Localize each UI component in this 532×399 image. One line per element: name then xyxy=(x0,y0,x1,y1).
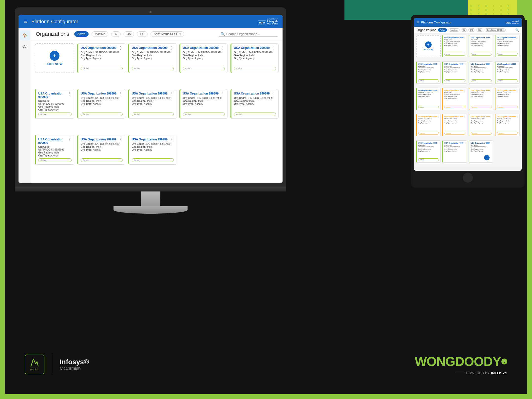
list-item[interactable]: ⋮ USA Organization 9999 Org Code: USAPRO… xyxy=(469,61,494,84)
list-item[interactable]: ⋮ USA Organization 9999 Org Code: USAPRO… xyxy=(416,140,441,163)
tablet-hamburger-icon[interactable]: ☰ xyxy=(417,21,419,24)
org-menu-icon[interactable]: ⋮ xyxy=(68,92,72,96)
org-menu-icon[interactable]: ⋮ xyxy=(221,46,225,50)
filter-in[interactable]: IN xyxy=(111,31,121,37)
table-row[interactable]: USA Organization 999999 ⋮ Org Code: USAP… xyxy=(128,135,176,165)
org-menu-icon[interactable]: ⋮ xyxy=(221,92,225,96)
tablet-search-icon[interactable]: 🔍 xyxy=(515,28,519,32)
org-menu-icon[interactable]: ⋮ xyxy=(516,89,518,92)
filter-us[interactable]: US xyxy=(124,31,134,37)
org-menu-icon[interactable]: ⋮ xyxy=(170,46,174,50)
status-badge: Inactive xyxy=(471,106,492,108)
org-menu-icon[interactable]: ⋮ xyxy=(170,92,174,96)
org-type-detail: Org Type: Agency xyxy=(234,103,276,105)
org-menu-icon[interactable]: ⋮ xyxy=(437,63,439,65)
list-item[interactable]: ⋮ USA Organization 9999 Inactive 2222222… xyxy=(469,114,494,136)
sort-dropdown[interactable]: Sort: Status DESC ▾ xyxy=(151,31,184,37)
status-badge: Active xyxy=(471,79,492,82)
table-row[interactable]: USA Organization 999999 ⋮ Org Code: USAP… xyxy=(230,43,279,73)
table-row[interactable]: USA Organization 999999 ⋮ Org Code: USAP… xyxy=(179,89,228,119)
tablet-filter-active[interactable]: Active xyxy=(438,28,447,32)
bottom-section: ngin Infosys® McCamish WONGDOODYd POWERE… xyxy=(10,340,522,389)
org-type-detail: Org Type: Agency xyxy=(81,57,123,60)
mccamish-logo-text: McCamish xyxy=(267,23,278,25)
list-item[interactable]: ⋮ USA Organization 9999 Inactive 2222222… xyxy=(495,88,520,110)
org-menu-icon[interactable]: ⋮ xyxy=(119,92,123,96)
org-menu-icon[interactable]: ⋮ xyxy=(490,142,492,144)
table-row[interactable]: USA Organization 999999 ⋮ Org Code: USAP… xyxy=(77,89,125,119)
bottom-border xyxy=(0,394,532,399)
org-menu-icon[interactable]: ⋮ xyxy=(516,36,518,39)
org-menu-icon[interactable]: ⋮ xyxy=(170,138,174,142)
org-menu-icon[interactable]: ⋮ xyxy=(437,89,439,92)
sidebar-item-home[interactable]: 🏠 xyxy=(20,30,30,40)
org-name: USA Organization 999999 xyxy=(132,138,168,141)
org-menu-icon[interactable]: ⋮ xyxy=(463,36,466,39)
list-item[interactable]: ⋮ USA Organization 9999 Org Code: USAPRO… xyxy=(442,35,467,57)
org-code-detail: Org Code: USAPROD3439999999 xyxy=(38,100,72,105)
org-menu-icon[interactable]: ⋮ xyxy=(490,36,492,39)
tablet-filter-inactive[interactable]: Inactive xyxy=(449,28,459,32)
org-menu-icon[interactable]: ⋮ xyxy=(463,89,466,92)
table-row[interactable]: USA Organization 999999 ⋮ Org Code: USAP… xyxy=(77,135,125,165)
org-menu-icon[interactable]: ⋮ xyxy=(516,115,518,118)
org-menu-icon[interactable]: ⋮ xyxy=(119,138,123,142)
table-row[interactable]: USA Organization 999999 ⋮ Org Code: USAP… xyxy=(128,43,176,73)
org-menu-icon[interactable]: ⋮ xyxy=(490,63,492,65)
list-item[interactable]: ⋮ USA Organization 9999 Org Code: USAPRO… xyxy=(442,140,467,163)
table-row[interactable]: USA Organization 999999 ⋮ Org Code: USAP… xyxy=(230,89,279,119)
tablet-sort-chip[interactable]: Sort:Status DESC ▾ xyxy=(485,28,506,32)
list-item[interactable]: ⋮ USA Organization 9999 Inactive 2222222… xyxy=(442,114,467,136)
filter-inactive[interactable]: Inactive xyxy=(92,31,108,37)
org-menu-icon[interactable]: ⋮ xyxy=(437,142,439,144)
org-menu-icon[interactable]: ⋮ xyxy=(272,92,276,96)
org-menu-icon[interactable]: ⋮ xyxy=(490,115,492,118)
list-item[interactable]: ⋮ USA Organization 9999 Org Code: USAPRO… xyxy=(469,35,494,57)
filter-active[interactable]: Active xyxy=(74,31,89,37)
list-item[interactable]: ⋮ USA Organization 9999 Inactive 2222222… xyxy=(469,88,494,110)
list-item[interactable]: ⋮ USA Organization 9999 Org Code: USAPRO… xyxy=(469,140,494,163)
org-menu-icon[interactable]: ⋮ xyxy=(463,142,466,144)
org-name: USA Organization 999999 xyxy=(183,46,219,50)
tablet-add-new-card[interactable]: + ADD NEW xyxy=(416,35,441,57)
status-badge: Inactive xyxy=(418,132,439,134)
hamburger-icon[interactable]: ☰ xyxy=(23,19,27,24)
search-input[interactable] xyxy=(226,32,276,36)
tablet-home-button[interactable] xyxy=(463,173,473,183)
org-menu-icon[interactable]: ⋮ xyxy=(490,89,492,92)
org-menu-icon[interactable]: ⋮ xyxy=(516,63,518,65)
org-menu-icon[interactable]: ⋮ xyxy=(437,115,439,118)
table-row[interactable]: USA Organization 999999 ⋮ Org Code: USAP… xyxy=(128,89,176,119)
table-row[interactable]: USA Organization 999999 ⋮ Org Code: USAP… xyxy=(77,43,125,73)
list-item[interactable]: ⋮ USA Organization 9999 Inactive 2222222… xyxy=(495,114,520,136)
org-geo-detail: Geo Region: India xyxy=(234,54,276,57)
list-item[interactable]: ⋮ USA Organization 9999 Org Code: USAPRO… xyxy=(442,61,467,84)
org-type-detail: Org Type: Agency xyxy=(81,149,123,151)
table-row[interactable]: USA Organization 999999 ⋮ Org Code: USAP… xyxy=(35,89,74,119)
add-new-card[interactable]: + ADD NEW xyxy=(35,43,74,73)
filter-eu[interactable]: EU xyxy=(137,31,148,37)
scroll-to-top-button[interactable]: ↑ xyxy=(484,155,490,160)
list-item[interactable]: ⋮ USA Organization 9999 Org Code: USAPRO… xyxy=(495,35,520,57)
tablet-filter-us[interactable]: US xyxy=(468,28,475,32)
org-menu-icon[interactable]: ⋮ xyxy=(68,138,72,142)
table-row[interactable]: USA Organization 999999 ⋮ Org Code: USAP… xyxy=(179,43,228,73)
list-item[interactable]: ⋮ USA Organization 9999 Org Code: USAPRO… xyxy=(416,61,441,84)
tablet-filter-in[interactable]: IN xyxy=(461,28,467,32)
list-item[interactable]: ⋮ USA Organization 9999 Inactive 2222222… xyxy=(416,114,441,136)
org-name: USA Organization 999999 xyxy=(234,46,270,50)
monitor-stand-neck xyxy=(141,191,160,206)
tablet-filter-eu[interactable]: EU xyxy=(476,28,483,32)
org-code-detail: Org Code: USAPROD3439999999 xyxy=(234,97,276,99)
org-code-detail: Org Code: USAPROD3439999999 xyxy=(38,146,72,151)
org-menu-icon[interactable]: ⋮ xyxy=(272,46,276,50)
org-menu-icon[interactable]: ⋮ xyxy=(463,63,466,65)
org-menu-icon[interactable]: ⋮ xyxy=(463,115,466,118)
org-menu-icon[interactable]: ⋮ xyxy=(119,46,123,50)
list-item[interactable]: ⋮ USA Organization 9999 Org Code: USAPRO… xyxy=(442,88,467,110)
sidebar-item-buildings[interactable]: 🏛 xyxy=(20,43,30,53)
list-item[interactable]: ⋮ USA Organization 9999 Inactive: 222222… xyxy=(416,88,441,110)
table-row[interactable]: USA Organization 999999 ⋮ Org Code: USAP… xyxy=(35,135,74,165)
list-item[interactable]: ⋮ USA Organization 9999 Org Code: USAPRO… xyxy=(495,61,520,84)
status-badge: Active xyxy=(183,113,225,116)
